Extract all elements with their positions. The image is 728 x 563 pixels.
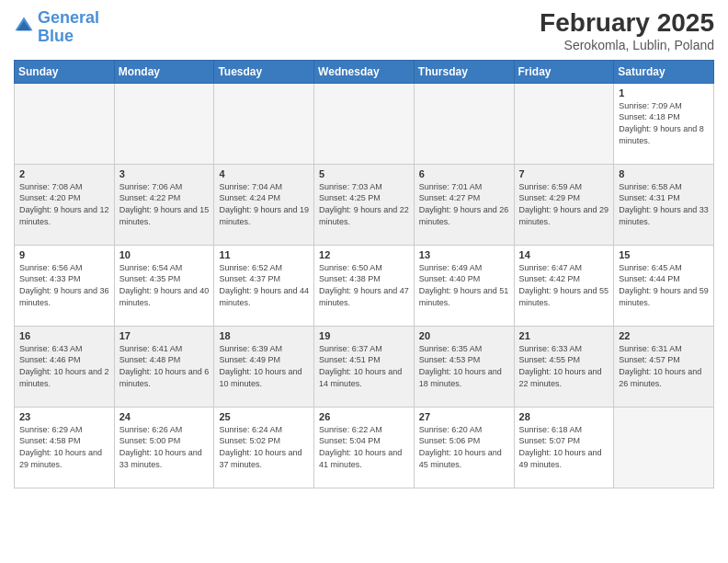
day-number: 20 — [419, 330, 509, 341]
logo-text: General Blue — [38, 9, 99, 46]
day-number: 14 — [519, 249, 609, 260]
day-info: Sunrise: 6:54 AM Sunset: 4:35 PM Dayligh… — [119, 262, 210, 308]
calendar-cell: 4Sunrise: 7:04 AM Sunset: 4:24 PM Daylig… — [214, 164, 314, 245]
calendar-cell: 7Sunrise: 6:59 AM Sunset: 4:29 PM Daylig… — [514, 164, 614, 245]
calendar-cell: 25Sunrise: 6:24 AM Sunset: 5:02 PM Dayli… — [214, 407, 314, 488]
calendar-cell: 1Sunrise: 7:09 AM Sunset: 4:18 PM Daylig… — [614, 83, 714, 164]
day-info: Sunrise: 6:45 AM Sunset: 4:44 PM Dayligh… — [619, 262, 709, 308]
day-number: 8 — [619, 168, 709, 179]
day-info: Sunrise: 6:49 AM Sunset: 4:40 PM Dayligh… — [419, 262, 509, 308]
calendar-cell: 2Sunrise: 7:08 AM Sunset: 4:20 PM Daylig… — [15, 164, 115, 245]
calendar-cell: 9Sunrise: 6:56 AM Sunset: 4:33 PM Daylig… — [15, 245, 115, 326]
main-title: February 2025 — [540, 9, 714, 38]
day-number: 15 — [619, 249, 709, 260]
calendar-week-row: 23Sunrise: 6:29 AM Sunset: 4:58 PM Dayli… — [15, 407, 714, 488]
page: General Blue February 2025 Serokomla, Lu… — [0, 0, 728, 563]
day-number: 12 — [319, 249, 409, 260]
calendar-cell: 13Sunrise: 6:49 AM Sunset: 4:40 PM Dayli… — [414, 245, 514, 326]
day-number: 19 — [319, 330, 409, 341]
subtitle: Serokomla, Lublin, Poland — [540, 38, 714, 52]
calendar-cell — [15, 83, 115, 164]
day-info: Sunrise: 7:01 AM Sunset: 4:27 PM Dayligh… — [419, 181, 509, 227]
day-number: 16 — [19, 330, 109, 341]
day-number: 11 — [219, 249, 309, 260]
logo-line1: General — [38, 8, 99, 27]
calendar-cell: 20Sunrise: 6:35 AM Sunset: 4:53 PM Dayli… — [414, 326, 514, 407]
day-number: 3 — [119, 168, 210, 179]
day-info: Sunrise: 7:06 AM Sunset: 4:22 PM Dayligh… — [119, 181, 210, 227]
day-number: 5 — [319, 168, 409, 179]
day-info: Sunrise: 6:39 AM Sunset: 4:49 PM Dayligh… — [219, 343, 309, 389]
calendar-cell: 16Sunrise: 6:43 AM Sunset: 4:46 PM Dayli… — [15, 326, 115, 407]
calendar-cell: 11Sunrise: 6:52 AM Sunset: 4:37 PM Dayli… — [214, 245, 314, 326]
day-info: Sunrise: 7:04 AM Sunset: 4:24 PM Dayligh… — [219, 181, 309, 227]
calendar-cell: 26Sunrise: 6:22 AM Sunset: 5:04 PM Dayli… — [314, 407, 415, 488]
day-number: 10 — [119, 249, 210, 260]
calendar-header-row: Sunday Monday Tuesday Wednesday Thursday… — [15, 60, 714, 83]
calendar-week-row: 9Sunrise: 6:56 AM Sunset: 4:33 PM Daylig… — [15, 245, 714, 326]
header: General Blue February 2025 Serokomla, Lu… — [14, 9, 714, 52]
calendar-cell: 15Sunrise: 6:45 AM Sunset: 4:44 PM Dayli… — [614, 245, 714, 326]
calendar-cell — [514, 83, 614, 164]
calendar-cell: 18Sunrise: 6:39 AM Sunset: 4:49 PM Dayli… — [214, 326, 314, 407]
day-info: Sunrise: 7:09 AM Sunset: 4:18 PM Dayligh… — [619, 100, 709, 146]
day-number: 18 — [219, 330, 309, 341]
calendar-cell: 3Sunrise: 7:06 AM Sunset: 4:22 PM Daylig… — [114, 164, 214, 245]
day-info: Sunrise: 7:03 AM Sunset: 4:25 PM Dayligh… — [319, 181, 409, 227]
calendar-cell: 21Sunrise: 6:33 AM Sunset: 4:55 PM Dayli… — [514, 326, 614, 407]
col-tuesday: Tuesday — [214, 60, 314, 83]
day-info: Sunrise: 6:58 AM Sunset: 4:31 PM Dayligh… — [619, 181, 709, 227]
calendar-cell: 28Sunrise: 6:18 AM Sunset: 5:07 PM Dayli… — [514, 407, 614, 488]
col-wednesday: Wednesday — [314, 60, 415, 83]
col-thursday: Thursday — [414, 60, 514, 83]
calendar-cell: 6Sunrise: 7:01 AM Sunset: 4:27 PM Daylig… — [414, 164, 514, 245]
col-friday: Friday — [514, 60, 614, 83]
calendar-cell: 22Sunrise: 6:31 AM Sunset: 4:57 PM Dayli… — [614, 326, 714, 407]
calendar-cell — [314, 83, 415, 164]
day-info: Sunrise: 6:35 AM Sunset: 4:53 PM Dayligh… — [419, 343, 509, 389]
day-number: 23 — [19, 411, 109, 422]
day-info: Sunrise: 6:43 AM Sunset: 4:46 PM Dayligh… — [19, 343, 109, 389]
calendar-table: Sunday Monday Tuesday Wednesday Thursday… — [14, 60, 714, 488]
day-info: Sunrise: 6:24 AM Sunset: 5:02 PM Dayligh… — [219, 424, 309, 470]
calendar-cell — [214, 83, 314, 164]
day-number: 24 — [119, 411, 210, 422]
calendar-cell: 27Sunrise: 6:20 AM Sunset: 5:06 PM Dayli… — [414, 407, 514, 488]
day-number: 1 — [619, 87, 709, 98]
calendar-cell — [614, 407, 714, 488]
calendar-cell: 14Sunrise: 6:47 AM Sunset: 4:42 PM Dayli… — [514, 245, 614, 326]
day-number: 25 — [219, 411, 309, 422]
col-saturday: Saturday — [614, 60, 714, 83]
day-number: 26 — [319, 411, 409, 422]
day-info: Sunrise: 6:56 AM Sunset: 4:33 PM Dayligh… — [19, 262, 109, 308]
day-info: Sunrise: 6:18 AM Sunset: 5:07 PM Dayligh… — [519, 424, 609, 470]
day-info: Sunrise: 7:08 AM Sunset: 4:20 PM Dayligh… — [19, 181, 109, 227]
calendar-cell: 17Sunrise: 6:41 AM Sunset: 4:48 PM Dayli… — [114, 326, 214, 407]
day-info: Sunrise: 6:33 AM Sunset: 4:55 PM Dayligh… — [519, 343, 609, 389]
logo-line2: Blue — [38, 27, 74, 45]
day-number: 28 — [519, 411, 609, 422]
day-info: Sunrise: 6:31 AM Sunset: 4:57 PM Dayligh… — [619, 343, 709, 389]
calendar-cell: 23Sunrise: 6:29 AM Sunset: 4:58 PM Dayli… — [15, 407, 115, 488]
calendar-cell — [114, 83, 214, 164]
title-block: February 2025 Serokomla, Lublin, Poland — [540, 9, 714, 52]
logo: General Blue — [14, 9, 99, 46]
calendar-cell: 19Sunrise: 6:37 AM Sunset: 4:51 PM Dayli… — [314, 326, 415, 407]
day-number: 13 — [419, 249, 509, 260]
calendar-cell: 10Sunrise: 6:54 AM Sunset: 4:35 PM Dayli… — [114, 245, 214, 326]
calendar-week-row: 2Sunrise: 7:08 AM Sunset: 4:20 PM Daylig… — [15, 164, 714, 245]
day-info: Sunrise: 6:26 AM Sunset: 5:00 PM Dayligh… — [119, 424, 210, 470]
day-info: Sunrise: 6:20 AM Sunset: 5:06 PM Dayligh… — [419, 424, 509, 470]
day-info: Sunrise: 6:50 AM Sunset: 4:38 PM Dayligh… — [319, 262, 409, 308]
calendar-cell: 12Sunrise: 6:50 AM Sunset: 4:38 PM Dayli… — [314, 245, 415, 326]
day-info: Sunrise: 6:37 AM Sunset: 4:51 PM Dayligh… — [319, 343, 409, 389]
calendar-week-row: 16Sunrise: 6:43 AM Sunset: 4:46 PM Dayli… — [15, 326, 714, 407]
calendar-cell — [414, 83, 514, 164]
day-number: 4 — [219, 168, 309, 179]
calendar-cell: 24Sunrise: 6:26 AM Sunset: 5:00 PM Dayli… — [114, 407, 214, 488]
day-number: 27 — [419, 411, 509, 422]
day-number: 22 — [619, 330, 709, 341]
day-info: Sunrise: 6:47 AM Sunset: 4:42 PM Dayligh… — [519, 262, 609, 308]
day-number: 9 — [19, 249, 109, 260]
logo-icon — [14, 16, 34, 36]
